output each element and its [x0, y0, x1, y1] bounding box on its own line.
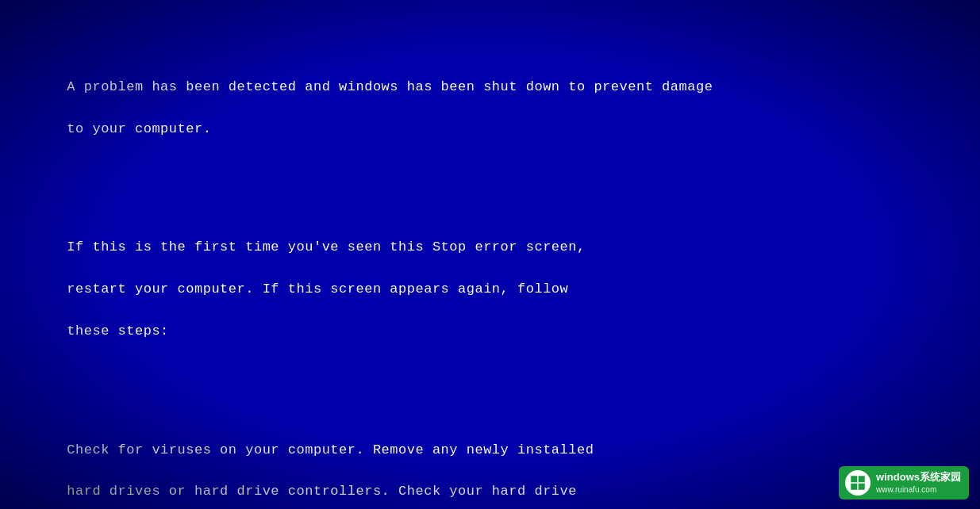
paragraph-3: Check for viruses on your computer. Remo…: [16, 419, 964, 509]
bsod-line-2: to your computer.: [67, 121, 211, 136]
bsod-line-6: Check for viruses on your computer. Remo…: [67, 442, 594, 457]
svg-rect-0: [851, 476, 858, 483]
bsod-line-1: A problem has been detected and windows …: [67, 79, 713, 94]
watermark-site-url: www.ruinafu.com: [876, 484, 961, 495]
svg-rect-3: [859, 484, 866, 491]
watermark-site-name: windows系统家园: [876, 471, 961, 484]
paragraph-1: A problem has been detected and windows …: [16, 56, 964, 161]
bsod-text-content: A problem has been detected and windows …: [16, 14, 964, 509]
bsod-line-3: If this is the first time you've seen th…: [67, 239, 585, 254]
bsod-line-4: restart your computer. If this screen ap…: [67, 281, 568, 297]
watermark-text-block: windows系统家园 www.ruinafu.com: [876, 471, 961, 495]
windows-logo-icon: [850, 475, 866, 491]
paragraph-2: If this is the first time you've seen th…: [16, 216, 964, 362]
watermark-badge: windows系统家园 www.ruinafu.com: [839, 466, 969, 499]
watermark-icon: [845, 470, 870, 496]
svg-rect-2: [851, 484, 858, 491]
bsod-line-5: these steps:: [67, 323, 169, 339]
bsod-screen: A problem has been detected and windows …: [0, 0, 980, 509]
svg-rect-1: [859, 476, 866, 483]
bsod-line-7: hard drives or hard drive controllers. C…: [67, 484, 577, 499]
